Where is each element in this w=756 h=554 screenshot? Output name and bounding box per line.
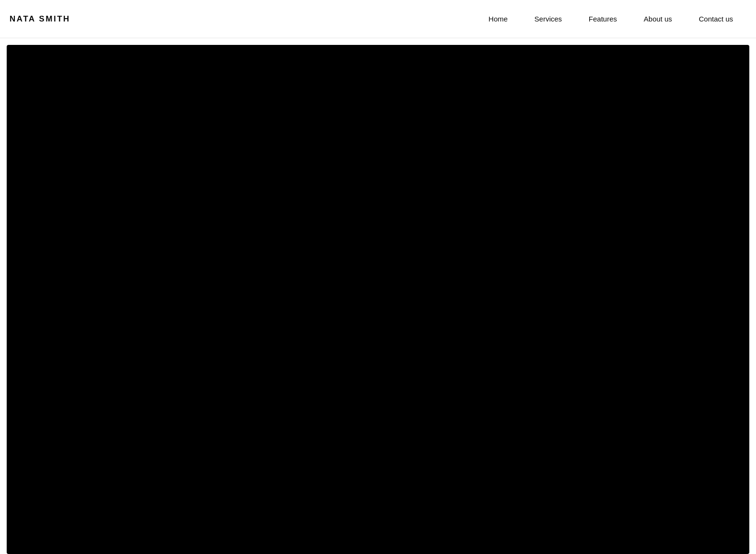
site-logo[interactable]: NATA SMITH bbox=[10, 14, 70, 24]
nav-item-contact[interactable]: Contact us bbox=[685, 15, 746, 23]
nav-item-services[interactable]: Services bbox=[521, 15, 575, 23]
nav-item-features[interactable]: Features bbox=[575, 15, 630, 23]
site-header: NATA SMITH Home Services Features About … bbox=[0, 0, 756, 38]
main-nav: Home Services Features About us Contact … bbox=[475, 15, 746, 23]
nav-item-home[interactable]: Home bbox=[475, 15, 521, 23]
nav-item-about[interactable]: About us bbox=[630, 15, 685, 23]
hero-section bbox=[7, 45, 749, 554]
